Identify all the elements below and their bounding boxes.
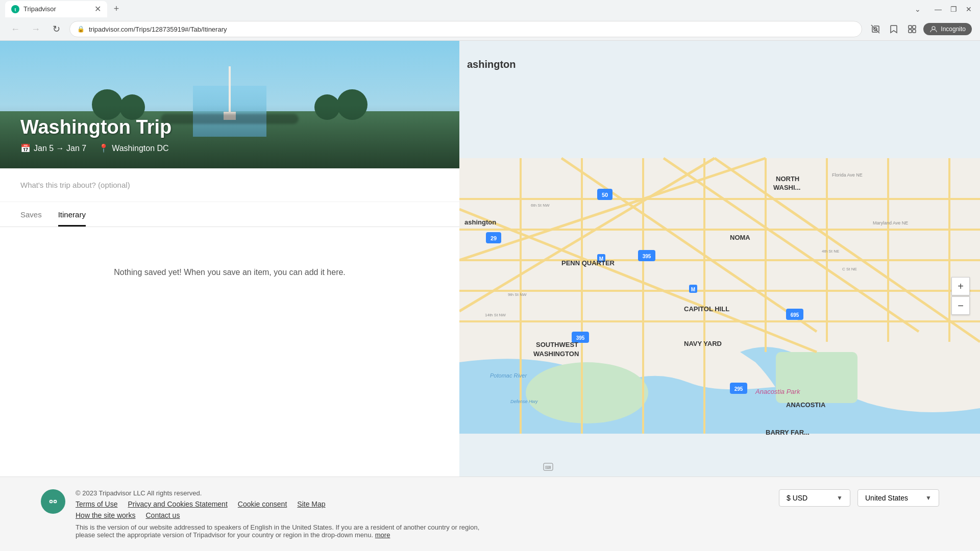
zoom-in-button[interactable]: + bbox=[951, 277, 970, 295]
footer-link-row-1: Terms of Use Privacy and Cookies Stateme… bbox=[76, 500, 769, 508]
svg-rect-4 bbox=[913, 26, 916, 29]
url-bar[interactable]: 🔒 tripadvisor.com/Trips/128735919#/Tab/I… bbox=[69, 21, 862, 37]
extensions-icon[interactable] bbox=[905, 22, 919, 36]
tab-saves[interactable]: Saves bbox=[20, 202, 42, 227]
refresh-button[interactable]: ↻ bbox=[49, 22, 63, 36]
tab-list-button[interactable]: ⌄ bbox=[911, 2, 925, 16]
footer-disclaimer: This is the version of our website addre… bbox=[76, 523, 494, 539]
browser-chrome: ⌄ — ❐ ✕ t Tripadvisor ✕ + ← → ↻ 🔒 tripad… bbox=[0, 0, 980, 41]
bookmark-icon[interactable] bbox=[887, 22, 901, 36]
zoom-out-button[interactable]: − bbox=[951, 296, 970, 315]
country-value: United States bbox=[865, 494, 908, 502]
hero-meta: 📅 Jan 5 → Jan 7 📍 Washington DC bbox=[20, 143, 172, 153]
url-text: tripadvisor.com/Trips/128735919#/Tab/Iti… bbox=[89, 26, 227, 33]
privacy-link[interactable]: Privacy and Cookies Statement bbox=[128, 500, 227, 508]
trip-dates: Jan 5 → Jan 7 bbox=[34, 144, 86, 153]
footer-copyright: © 2023 Tripadvisor LLC All rights reserv… bbox=[76, 489, 769, 497]
minimize-button[interactable]: — bbox=[931, 2, 945, 16]
svg-text:CAPITOL HILL: CAPITOL HILL bbox=[684, 305, 729, 313]
svg-text:4th St NE: 4th St NE bbox=[822, 249, 839, 254]
svg-text:50: 50 bbox=[602, 192, 608, 198]
svg-text:WASHI...: WASHI... bbox=[773, 184, 800, 191]
map-area: 50 395 395 695 295 29 M M bbox=[459, 41, 980, 551]
tabs-section: Saves Itinerary bbox=[0, 202, 459, 227]
close-button[interactable]: ✕ bbox=[962, 2, 976, 16]
back-button[interactable]: ← bbox=[8, 22, 22, 36]
restore-button[interactable]: ❐ bbox=[946, 2, 961, 16]
currency-value: $ USD bbox=[787, 494, 807, 502]
svg-text:14th St NW: 14th St NW bbox=[485, 313, 506, 317]
svg-text:SOUTHWEST: SOUTHWEST bbox=[536, 341, 578, 348]
svg-text:NOMA: NOMA bbox=[730, 234, 750, 241]
hero-overlay-content: Washington Trip 📅 Jan 5 → Jan 7 📍 Washin… bbox=[20, 116, 172, 153]
svg-text:Anacostia Park: Anacostia Park bbox=[755, 388, 801, 395]
lock-icon: 🔒 bbox=[77, 26, 85, 33]
svg-text:Maryland Ave NE: Maryland Ave NE bbox=[873, 220, 908, 226]
tab-title: Tripadvisor bbox=[23, 5, 56, 13]
content-area: Washington Trip 📅 Jan 5 → Jan 7 📍 Washin… bbox=[0, 41, 459, 551]
svg-point-72 bbox=[51, 501, 52, 503]
svg-text:6th St NW: 6th St NW bbox=[531, 203, 550, 208]
map-container[interactable]: 50 395 395 695 295 29 M M bbox=[459, 41, 980, 551]
svg-text:NORTH: NORTH bbox=[776, 175, 799, 183]
svg-point-7 bbox=[932, 27, 935, 30]
svg-rect-3 bbox=[909, 26, 912, 29]
map-title: ashington bbox=[467, 59, 516, 70]
svg-text:9th St NW: 9th St NW bbox=[508, 292, 527, 297]
no-camera-icon bbox=[868, 22, 883, 36]
terms-link[interactable]: Terms of Use bbox=[76, 500, 117, 508]
empty-state-message: Nothing saved yet! When you save an item… bbox=[114, 268, 346, 277]
tab-itinerary[interactable]: Itinerary bbox=[58, 202, 86, 227]
svg-text:PENN QUARTER: PENN QUARTER bbox=[561, 259, 615, 267]
active-tab[interactable]: t Tripadvisor ✕ bbox=[5, 1, 107, 17]
hero-section: Washington Trip 📅 Jan 5 → Jan 7 📍 Washin… bbox=[0, 41, 459, 168]
country-chevron: ▼ bbox=[925, 494, 932, 502]
new-tab-button[interactable]: + bbox=[109, 2, 124, 16]
svg-text:C St NE: C St NE bbox=[842, 267, 857, 271]
footer-links: © 2023 Tripadvisor LLC All rights reserv… bbox=[76, 489, 769, 539]
svg-point-9 bbox=[526, 362, 648, 423]
forward-button[interactable]: → bbox=[29, 22, 43, 36]
description-placeholder: What's this trip about? (optional) bbox=[20, 181, 130, 189]
address-bar: ← → ↻ 🔒 tripadvisor.com/Trips/128735919#… bbox=[0, 18, 980, 40]
tab-favicon: t bbox=[11, 5, 19, 13]
cookie-consent-link[interactable]: Cookie consent bbox=[238, 500, 287, 508]
tripadvisor-logo bbox=[41, 489, 65, 514]
svg-text:ANACOSTIA: ANACOSTIA bbox=[786, 401, 826, 409]
svg-text:29: 29 bbox=[491, 235, 497, 241]
svg-rect-5 bbox=[909, 30, 912, 33]
footer-selectors: $ USD ▼ United States ▼ bbox=[779, 489, 939, 507]
location-meta: 📍 Washington DC bbox=[99, 143, 168, 153]
footer-link-row-2: How the site works Contact us bbox=[76, 511, 769, 519]
browser-actions: Incognito bbox=[868, 22, 972, 36]
svg-text:M: M bbox=[691, 287, 695, 292]
map-zoom-controls: + − bbox=[951, 277, 970, 315]
how-site-works-link[interactable]: How the site works bbox=[76, 511, 135, 519]
sitemap-link[interactable]: Site Map bbox=[297, 500, 325, 508]
location-icon: 📍 bbox=[99, 143, 109, 153]
svg-text:395: 395 bbox=[576, 335, 585, 341]
currency-chevron: ▼ bbox=[837, 494, 843, 502]
country-selector[interactable]: United States ▼ bbox=[857, 489, 939, 507]
svg-text:t: t bbox=[15, 7, 16, 12]
disclaimer-more-link[interactable]: more bbox=[375, 531, 390, 539]
currency-selector[interactable]: $ USD ▼ bbox=[779, 489, 850, 507]
svg-text:ashington: ashington bbox=[464, 218, 496, 226]
footer: © 2023 Tripadvisor LLC All rights reserv… bbox=[0, 477, 980, 551]
incognito-indicator: Incognito bbox=[923, 23, 972, 35]
trip-title: Washington Trip bbox=[20, 116, 172, 138]
svg-rect-10 bbox=[776, 352, 857, 403]
svg-text:⌨: ⌨ bbox=[545, 465, 551, 470]
svg-text:395: 395 bbox=[643, 254, 651, 259]
footer-inner: © 2023 Tripadvisor LLC All rights reserv… bbox=[41, 489, 939, 539]
svg-text:NAVY YARD: NAVY YARD bbox=[684, 340, 722, 347]
trip-description[interactable]: What's this trip about? (optional) bbox=[0, 168, 459, 202]
contact-us-link[interactable]: Contact us bbox=[145, 511, 180, 519]
svg-point-73 bbox=[55, 501, 56, 503]
tab-close-button[interactable]: ✕ bbox=[94, 4, 101, 14]
svg-text:Defense Hwy: Defense Hwy bbox=[510, 399, 538, 404]
svg-rect-6 bbox=[913, 30, 916, 33]
svg-text:WASHINGTON: WASHINGTON bbox=[533, 350, 579, 358]
svg-text:BARRY FAR...: BARRY FAR... bbox=[766, 429, 810, 436]
svg-text:695: 695 bbox=[791, 312, 799, 318]
